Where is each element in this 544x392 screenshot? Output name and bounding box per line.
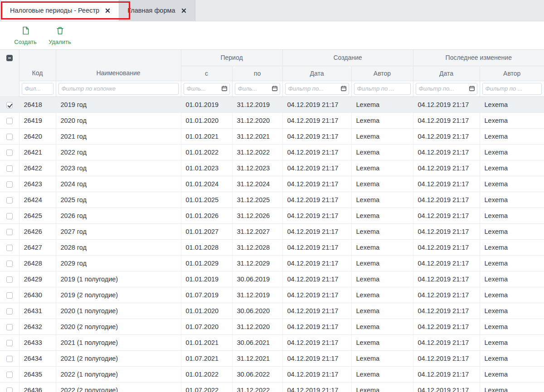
registry-grid: Код Наименование Период Создание Последн…	[0, 49, 544, 392]
row-checkbox[interactable]	[6, 213, 13, 219]
row-checkbox[interactable]	[6, 165, 13, 172]
table-row[interactable]: 26418 2019 год 01.01.2019 31.12.2019 04.…	[0, 97, 544, 112]
table-row[interactable]: 26431 2020 (1 полугодие) 01.01.2020 30.0…	[0, 303, 544, 319]
cell-code: 26423	[19, 176, 56, 192]
row-select-cell[interactable]	[0, 144, 19, 160]
row-select-cell[interactable]	[0, 192, 19, 208]
row-select-cell[interactable]	[0, 97, 19, 112]
row-checkbox[interactable]	[6, 276, 13, 283]
row-checkbox[interactable]	[6, 387, 13, 392]
row-checkbox[interactable]	[6, 308, 13, 315]
row-select-cell[interactable]	[0, 160, 19, 176]
calendar-icon[interactable]	[340, 85, 347, 92]
column-header-modified-author[interactable]: Автор	[480, 66, 544, 81]
table-row[interactable]: 26421 2022 год 01.01.2022 31.12.2022 04.…	[0, 144, 544, 160]
cell-modified-author: Lexema	[480, 303, 544, 319]
calendar-icon[interactable]	[221, 85, 228, 92]
row-checkbox[interactable]	[6, 292, 13, 299]
cell-modified-date: 04.12.2019 21:17	[413, 160, 480, 176]
filter-input-modified-date[interactable]	[416, 83, 477, 95]
tab-close-icon[interactable]	[181, 8, 187, 14]
cell-created-author: Lexema	[351, 176, 413, 192]
table-row[interactable]: 26428 2029 год 01.01.2029 31.12.2029 04.…	[0, 255, 544, 271]
row-checkbox[interactable]	[6, 134, 13, 140]
table-row[interactable]: 26436 2022 (2 полугодие) 01.07.2022 31.1…	[0, 382, 544, 392]
row-select-cell[interactable]	[0, 334, 19, 350]
row-select-cell[interactable]	[0, 287, 19, 303]
calendar-icon[interactable]	[469, 85, 475, 92]
cell-name: 2022 (1 полугодие)	[56, 366, 181, 382]
row-checkbox[interactable]	[6, 340, 13, 346]
cell-modified-date: 04.12.2019 21:17	[413, 287, 480, 303]
row-checkbox[interactable]	[6, 181, 13, 188]
row-select-cell[interactable]	[0, 303, 19, 319]
row-select-cell[interactable]	[0, 382, 19, 392]
column-header-name[interactable]: Наименование	[56, 50, 181, 81]
delete-button[interactable]: Удалить	[46, 26, 73, 45]
filter-input-code[interactable]	[22, 83, 53, 95]
cell-modified-author: Lexema	[480, 382, 544, 392]
cell-created-author: Lexema	[351, 97, 413, 112]
column-header-period-to[interactable]: по	[232, 66, 282, 81]
select-all-cell[interactable]	[0, 50, 19, 97]
table-row[interactable]: 26424 2025 год 01.01.2025 31.12.2025 04.…	[0, 192, 544, 208]
filter-input-name[interactable]	[58, 83, 179, 95]
column-header-created-date[interactable]: Дата	[282, 66, 351, 81]
table-row[interactable]: 26432 2020 (2 полугодие) 01.07.2020 31.1…	[0, 319, 544, 334]
tab-close-icon[interactable]	[105, 8, 111, 14]
column-header-modified-date[interactable]: Дата	[413, 66, 480, 81]
cell-period-to: 31.12.2019	[232, 287, 282, 303]
row-checkbox[interactable]	[6, 245, 13, 251]
table-row[interactable]: 26425 2026 год 01.01.2026 31.12.2026 04.…	[0, 208, 544, 223]
table-row[interactable]: 26433 2021 (1 полугодие) 01.01.2021 30.0…	[0, 334, 544, 350]
column-header-created-author[interactable]: Автор	[351, 66, 413, 81]
row-select-cell[interactable]	[0, 255, 19, 271]
calendar-icon[interactable]	[272, 85, 278, 92]
row-select-cell[interactable]	[0, 271, 19, 287]
row-select-cell[interactable]	[0, 176, 19, 192]
row-checkbox[interactable]	[6, 229, 13, 235]
table-row[interactable]: 26427 2028 год 01.01.2028 31.12.2028 04.…	[0, 239, 544, 255]
row-select-cell[interactable]	[0, 208, 19, 223]
table-row[interactable]: 26420 2021 год 01.01.2021 31.12.2021 04.…	[0, 128, 544, 144]
row-checkbox[interactable]	[6, 197, 13, 203]
row-checkbox[interactable]	[6, 261, 13, 267]
filter-input-created-author[interactable]	[354, 83, 411, 95]
row-checkbox[interactable]	[6, 372, 13, 378]
cell-modified-date: 04.12.2019 21:17	[413, 366, 480, 382]
row-checkbox[interactable]	[6, 150, 13, 156]
row-checkbox[interactable]	[6, 324, 13, 330]
row-select-cell[interactable]	[0, 319, 19, 334]
row-checkbox[interactable]	[6, 356, 13, 362]
table-row[interactable]: 26419 2020 год 01.01.2020 31.12.2020 04.…	[0, 112, 544, 128]
cell-created-date: 04.12.2019 21:17	[282, 128, 351, 144]
cell-modified-author: Lexema	[480, 366, 544, 382]
row-select-cell[interactable]	[0, 350, 19, 366]
row-select-cell[interactable]	[0, 128, 19, 144]
cell-name: 2021 (2 полугодие)	[56, 350, 181, 366]
tab-glavnaya-forma[interactable]: Главная форма	[119, 0, 195, 21]
table-row[interactable]: 26430 2019 (2 полугодие) 01.07.2019 31.1…	[0, 287, 544, 303]
table-row[interactable]: 26422 2023 год 01.01.2023 31.12.2023 04.…	[0, 160, 544, 176]
cell-created-date: 04.12.2019 21:17	[282, 366, 351, 382]
cell-created-author: Lexema	[351, 208, 413, 223]
row-select-cell[interactable]	[0, 239, 19, 255]
row-checkbox[interactable]	[6, 102, 13, 108]
row-select-cell[interactable]	[0, 112, 19, 128]
table-row[interactable]: 26429 2019 (1 полугодие) 01.01.2019 30.0…	[0, 271, 544, 287]
table-row[interactable]: 26426 2027 год 01.01.2027 31.12.2027 04.…	[0, 223, 544, 239]
filter-input-created-date[interactable]	[285, 83, 349, 95]
select-all-checkbox[interactable]	[6, 55, 13, 61]
column-header-code[interactable]: Код	[19, 50, 56, 81]
table-row[interactable]: 26434 2021 (2 полугодие) 01.07.2021 31.1…	[0, 350, 544, 366]
filter-input-modified-author[interactable]	[482, 83, 542, 95]
cell-period-to: 31.12.2020	[232, 112, 282, 128]
column-header-period-from[interactable]: с	[181, 66, 232, 81]
row-select-cell[interactable]	[0, 223, 19, 239]
create-button[interactable]: Создать	[12, 26, 39, 45]
table-row[interactable]: 26423 2024 год 01.01.2024 31.12.2024 04.…	[0, 176, 544, 192]
row-checkbox[interactable]	[6, 118, 13, 124]
row-select-cell[interactable]	[0, 366, 19, 382]
tab-nalogovye-periody[interactable]: Налоговые периоды - Реестр	[2, 0, 119, 21]
table-row[interactable]: 26435 2022 (1 полугодие) 01.01.2022 30.0…	[0, 366, 544, 382]
